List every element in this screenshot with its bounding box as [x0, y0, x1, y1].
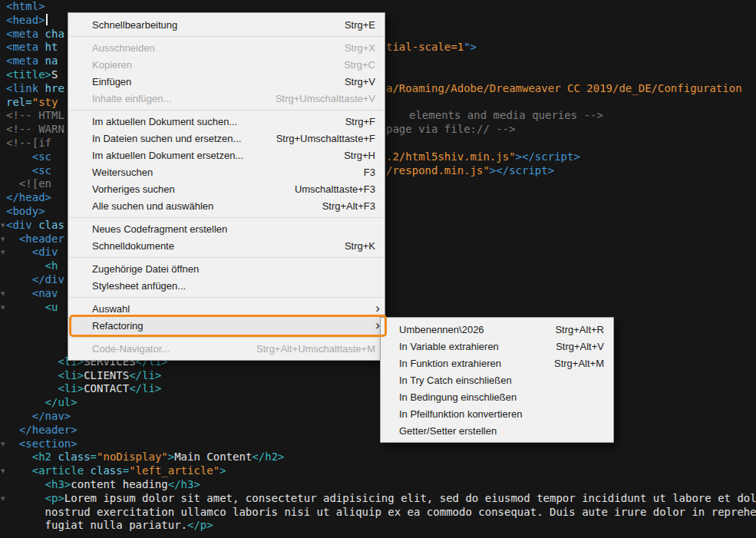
code-token: </div — [6, 273, 64, 286]
menu-item-label: Ausschneiden — [92, 42, 326, 54]
menu-item-in-dateien-suchen-und-ersetzen[interactable]: In Dateien suchen und ersetzen...Strg+Um… — [68, 130, 385, 147]
code-line: <!-- WARN — [6, 123, 64, 136]
menu-item-label: Auswahl — [92, 303, 375, 315]
submenu-arrow-icon: › — [375, 302, 380, 315]
code-token: <link — [6, 82, 45, 94]
menu-item-alle-suchen-und-auswählen[interactable]: Alle suchen und auswählenStrg+Alt+F3 — [68, 197, 385, 214]
code-line: <head> — [6, 14, 48, 27]
menu-item-shortcut: Strg+F — [345, 116, 375, 127]
code-token: <div — [6, 246, 58, 258]
code-token: <!-- HTML — [6, 109, 64, 121]
code-token: > — [220, 464, 226, 477]
code-line: <link hre — [6, 82, 64, 95]
code-token: </ul> — [6, 396, 78, 408]
code-token: elements and media queries --> — [409, 109, 603, 121]
menu-separator — [69, 217, 384, 218]
menu-item-label: In Variable extrahieren — [399, 341, 537, 352]
menu-item-neues-codefragment-erstellen[interactable]: Neues Codefragment erstellen — [68, 220, 385, 237]
code-line: <section> — [6, 437, 78, 451]
menu-item-auswahl[interactable]: Auswahl› — [68, 300, 385, 317]
code-line: <meta ht — [6, 41, 58, 54]
code-token: "> — [464, 41, 477, 53]
code-line: rel="sty — [6, 96, 58, 109]
menu-item-vorheriges-suchen[interactable]: Vorheriges suchenUmschalttaste+F3 — [68, 180, 385, 197]
code-token: Main Content — [174, 451, 252, 463]
code-token: </h2> — [252, 451, 284, 463]
menu-item-shortcut: Strg+Umschalttaste+F — [276, 133, 375, 144]
context-menu: SchnellbearbeitungStrg+EAusschneidenStrg… — [68, 12, 385, 361]
menu-item-label: Weitersuchen — [92, 167, 345, 178]
menu-item-im-aktuellen-dokument-ersetzen[interactable]: Im aktuellen Dokument ersetzen...Strg+H — [68, 147, 385, 163]
menu-item-refactoring[interactable]: Refactoring› — [68, 317, 385, 334]
menu-item-stylesheet-anfügen[interactable]: Stylesheet anfügen... — [68, 277, 385, 294]
code-line: <html> — [6, 0, 45, 13]
menu-item-einfügen[interactable]: EinfügenStrg+V — [68, 73, 385, 90]
code-token: "noDisplay" — [97, 451, 168, 463]
code-line: </nav> — [6, 410, 71, 423]
menu-item-label: In Try Catch einschließen — [399, 375, 604, 386]
menu-item-shortcut: Strg+K — [345, 240, 375, 252]
code-token: CONTACT — [84, 382, 129, 394]
menu-item-shortcut: Strg+X — [345, 42, 375, 54]
code-line: <h — [6, 259, 58, 272]
code-token: clas — [38, 219, 64, 231]
code-token: <h3> — [6, 478, 71, 490]
code-token: </header> — [6, 424, 78, 436]
code-line: <p>Lorem ipsum dolor sit amet, consectet… — [6, 492, 756, 505]
menu-item-schnellbearbeitung[interactable]: SchnellbearbeitungStrg+E — [68, 16, 385, 33]
menu-item-zugehörige-datei-öffnen[interactable]: Zugehörige Datei öffnen — [68, 260, 385, 277]
code-line: <sc — [6, 150, 51, 163]
submenu-item-in-funktion-extrahieren[interactable]: In Funktion extrahierenStrg+Alt+M — [381, 355, 613, 371]
code-token: <h2 — [6, 451, 58, 463]
code-fold-icon[interactable]: ▼ — [1, 496, 5, 502]
code-fold-icon[interactable]: ▼ — [1, 236, 5, 243]
menu-item-label: Getter/Setter erstellen — [399, 425, 604, 437]
code-token: <header — [6, 233, 64, 245]
code-token: <title> — [6, 68, 51, 81]
menu-item-shortcut: Strg+Alt+R — [555, 324, 604, 335]
menu-item-label: In Bedingung einschließen — [399, 391, 604, 403]
menu-item-shortcut: Strg+Alt+Umschalttaste+M — [256, 343, 375, 355]
submenu-item-in-pfeilfunktion-konvertieren[interactable]: In Pfeilfunktion konvertieren — [381, 405, 613, 422]
code-line: <meta na — [6, 54, 58, 68]
menu-item-im-aktuellen-dokument-suchen[interactable]: Im aktuellen Dokument suchen...Strg+F — [68, 113, 385, 130]
submenu-item-in-variable-extrahieren[interactable]: In Variable extrahierenStrg+Alt+V — [381, 338, 613, 355]
menu-item-kopieren: KopierenStrg+C — [68, 56, 385, 73]
code-token: .2/html5shiv.min.js" — [386, 150, 516, 163]
code-fold-icon[interactable]: ▼ — [1, 223, 5, 229]
code-fold-icon[interactable]: ▼ — [1, 291, 5, 297]
code-token: hre — [45, 82, 64, 94]
code-line: <div clas — [6, 219, 64, 232]
code-fold-icon[interactable]: ▼ — [1, 468, 5, 474]
code-line: <h2 class="noDisplay">Main Content</h2> — [6, 451, 285, 464]
code-token: </p> — [187, 519, 213, 531]
submenu-item-in-bedingung-einschließen[interactable]: In Bedingung einschließen — [381, 388, 613, 405]
code-line: a/Roaming/Adobe/Dreamweaver CC 2019/de_D… — [386, 82, 742, 95]
code-token: <meta — [6, 28, 45, 40]
code-line: elements and media queries --> — [409, 109, 603, 122]
menu-item-weitersuchen[interactable]: WeitersuchenF3 — [68, 163, 385, 180]
submenu-item-getter-setter-erstellen[interactable]: Getter/Setter erstellen — [381, 422, 613, 439]
code-line: </div — [6, 273, 64, 286]
submenu-item-umbenennen-2026[interactable]: Umbenennen\2026Strg+Alt+R — [381, 321, 613, 338]
code-fold-icon[interactable]: ▼ — [1, 441, 5, 447]
code-line: <li>CONTACT</li> — [6, 382, 161, 395]
menu-item-schnelldokumente[interactable]: SchnelldokumenteStrg+K — [68, 237, 385, 254]
code-token: /respond.min.js" — [386, 164, 490, 177]
code-fold-icon[interactable]: ▼ — [1, 249, 5, 256]
code-line: <!-- HTML — [6, 109, 64, 122]
menu-item-shortcut: Strg+Alt+M — [554, 358, 604, 369]
code-token: cha — [45, 28, 64, 40]
code-token: <html> — [6, 0, 45, 12]
menu-item-label: Stylesheet anfügen... — [92, 280, 375, 292]
code-line: <article class="left_article"> — [6, 464, 226, 477]
text-caret — [46, 14, 48, 25]
menu-separator — [69, 36, 384, 37]
code-token: ></script> — [516, 150, 580, 163]
code-token: tial-scale=1 — [386, 41, 464, 53]
menu-item-shortcut: Strg+Alt+F3 — [322, 200, 375, 212]
code-line: <sc — [6, 164, 51, 177]
submenu-item-in-try-catch-einschließen[interactable]: In Try Catch einschließen — [381, 371, 613, 388]
menu-item-label: Refactoring — [92, 320, 375, 332]
code-fold-icon[interactable]: ▼ — [1, 305, 5, 311]
